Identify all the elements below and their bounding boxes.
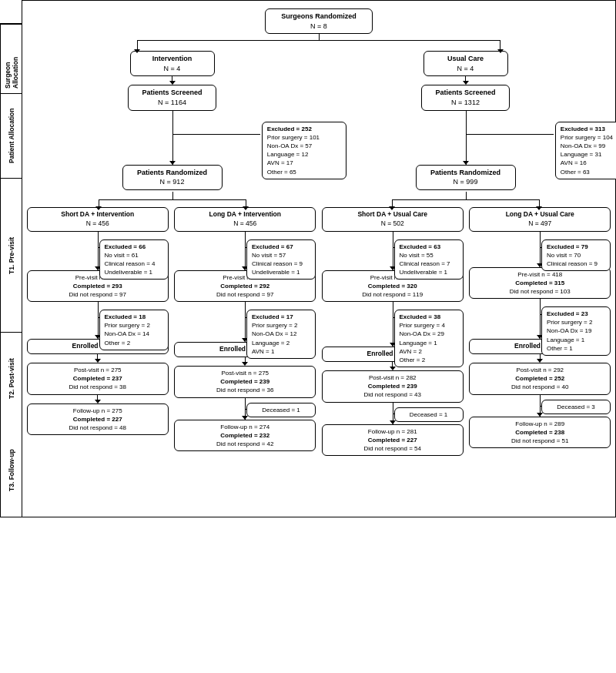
deceased-note-2: Deceased = 1 xyxy=(394,407,464,422)
excl-note-1: Excluded = 67 No visit = 57 Clinical rea… xyxy=(246,239,316,280)
excl-pre-area-1: Excluded = 17 Prior surgery = 2 Non-OA D… xyxy=(173,302,318,342)
excl-pre-note-0: Excluded = 18 Prior surgery = 2 Non-OA D… xyxy=(99,310,169,350)
usual-care-label: Usual Care xyxy=(447,55,484,62)
patients-randomized-usual-care-box: Patients Randomized N = 999 xyxy=(416,165,516,190)
postvisit-box-0: Post-visit n = 275 Completed = 237 Did n… xyxy=(27,363,169,395)
col-short-da-intervention: Short DA + Intervention N = 456 Excluded… xyxy=(25,207,170,435)
excl-pre-area-2: Excluded = 38 Prior surgery = 4 Non-OA D… xyxy=(320,302,465,347)
ps-int-n: N = 1164 xyxy=(158,99,186,106)
excl-note-0: Excluded = 66 No visit = 61 Clinical rea… xyxy=(99,239,169,280)
patient-allocation-label: Patient Allocation xyxy=(1,93,22,178)
deceased-area-2: Deceased = 1 xyxy=(320,403,465,424)
t2-label: T2. Post-visit xyxy=(1,332,22,424)
pr-uc-label: Patients Randomized xyxy=(430,169,500,176)
excl-pre-note-3: Excluded = 23 Prior surgery = 2 Non-OA D… xyxy=(541,306,611,356)
excl-area-0: Excluded = 66 No visit = 61 Clinical rea… xyxy=(25,232,170,270)
followup-box-1: Follow-up n = 274 Completed = 232 Did no… xyxy=(174,420,316,452)
excl-note-2: Excluded = 63 No visit = 55 Clinical rea… xyxy=(394,239,464,280)
excl-int-title: Excluded = 252 xyxy=(267,126,312,132)
excl-pre-note-2: Excluded = 38 Prior surgery = 4 Non-OA D… xyxy=(394,310,464,367)
followup-box-0: Follow-up n = 275 Completed = 227 Did no… xyxy=(27,403,169,436)
intervention-label: Intervention xyxy=(152,55,192,62)
intervention-col: Intervention N = 4 Patients Screened N =… xyxy=(25,51,319,190)
deceased-note-3: Deceased = 3 xyxy=(541,400,611,414)
patients-randomized-intervention-box: Patients Randomized N = 912 xyxy=(122,165,223,190)
surgeons-randomized-n: N = 8 xyxy=(310,22,327,30)
ps-int-label: Patients Screened xyxy=(142,89,202,96)
patients-screened-usual-care-box: Patients Screened N = 1312 xyxy=(421,85,510,110)
excluded-intervention-area: Excluded = 252 Prior surgery = 101 Non-O… xyxy=(25,111,319,165)
usual-care-n: N = 4 xyxy=(457,65,474,72)
deceased-note-1: Deceased = 1 xyxy=(246,403,316,417)
pr-uc-n: N = 999 xyxy=(454,178,478,186)
previsit-box-3: Pre-visit n = 418 Completed = 315 Did no… xyxy=(469,267,611,300)
pr-int-n: N = 912 xyxy=(160,178,185,186)
postvisit-box-2: Post-visit n = 282 Completed = 239 Did n… xyxy=(322,370,464,403)
excl-pre-area-3: Excluded = 23 Prior surgery = 2 Non-OA D… xyxy=(468,299,613,339)
excl-pre-area-0: Excluded = 18 Prior surgery = 2 Non-OA D… xyxy=(25,302,170,339)
usual-care-box: Usual Care N = 4 xyxy=(424,51,508,76)
intervention-n: N = 4 xyxy=(164,65,181,72)
t3-label: T3. Follow-up xyxy=(1,424,22,517)
excl-note-3: Excluded = 79 No visit = 70 Clinical rea… xyxy=(541,239,611,272)
followup-box-2: Follow-up n = 281 Completed = 227 Did no… xyxy=(322,424,464,457)
four-cols-alloc: Short DA + Intervention N = 456 Excluded… xyxy=(25,207,612,456)
followup-box-3: Follow-up n = 289 Completed = 238 Did no… xyxy=(469,417,611,449)
intervention-box: Intervention N = 4 xyxy=(130,51,215,76)
deceased-area-3: Deceased = 3 xyxy=(468,395,613,417)
alloc-box-2: Short DA + Usual Care N = 502 xyxy=(322,207,464,232)
pr-int-label: Patients Randomized xyxy=(137,169,207,176)
surgeons-randomized-box: Surgeons Randomized N = 8 xyxy=(265,8,373,34)
excl-area-3: Excluded = 79 No visit = 70 Clinical rea… xyxy=(468,232,613,267)
excl-area-1: Excluded = 67 No visit = 57 Clinical rea… xyxy=(173,232,318,270)
deceased-area-1: Deceased = 1 xyxy=(173,398,318,420)
patients-screened-intervention-box: Patients Screened N = 1164 xyxy=(128,85,216,110)
excluded-uc-note: Excluded = 313 Prior surgery = 104 Non-O… xyxy=(555,122,616,179)
main-flow: Surgeons Randomized N = 8 Int xyxy=(22,0,616,517)
alloc-box-1: Long DA + Intervention N = 456 xyxy=(174,207,316,232)
split-4-connector xyxy=(25,192,612,207)
col-long-da-usual-care: Long DA + Usual Care N = 497 Excluded = … xyxy=(468,207,613,448)
surgeons-randomized-title: Surgeons Randomized xyxy=(281,12,357,20)
side-labels: Surgeon Allocation Patient Allocation T1… xyxy=(0,23,22,517)
postvisit-box-3: Post-visit n = 292 Completed = 252 Did n… xyxy=(469,363,611,395)
excl-uc-title: Excluded = 313 xyxy=(561,126,605,132)
surgeon-allocation-label: Surgeon Allocation xyxy=(1,24,22,93)
alloc-box-0: Short DA + Intervention N = 456 xyxy=(27,207,169,232)
postvisit-box-1: Post-visit n = 275 Completed = 239 Did n… xyxy=(174,366,316,398)
excluded-usualcare-area: Excluded = 313 Prior surgery = 104 Non-O… xyxy=(319,111,612,165)
t1-label: T1. Pre-visit xyxy=(1,178,22,332)
ps-uc-label: Patients Screened xyxy=(435,89,495,96)
excl-area-2: Excluded = 63 No visit = 55 Clinical rea… xyxy=(320,232,465,270)
usual-care-col: Usual Care N = 4 Patients Screened N = 1… xyxy=(319,51,612,190)
ps-uc-n: N = 1312 xyxy=(451,99,480,106)
col-short-da-usual-care: Short DA + Usual Care N = 502 Excluded =… xyxy=(320,207,465,456)
col-long-da-intervention: Long DA + Intervention N = 456 Excluded … xyxy=(173,207,318,451)
alloc-box-3: Long DA + Usual Care N = 497 xyxy=(469,207,611,232)
excl-pre-note-1: Excluded = 17 Prior surgery = 2 Non-OA D… xyxy=(246,310,316,359)
